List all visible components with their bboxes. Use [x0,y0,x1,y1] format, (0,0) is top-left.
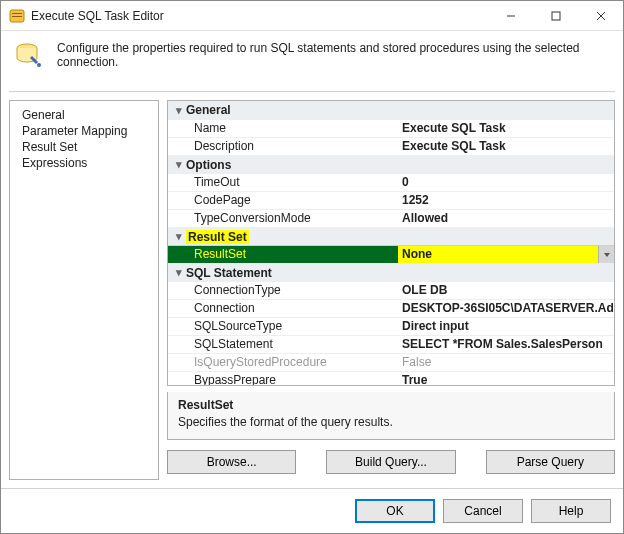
prop-value[interactable]: DESKTOP-36SI05C\DATASERVER.AdventureWork… [398,300,614,317]
prop-key: SQLSourceType [168,318,398,335]
cancel-button[interactable]: Cancel [443,499,523,523]
property-help: ResultSet Specifies the format of the qu… [167,392,615,440]
build-query-button[interactable]: Build Query... [326,450,455,474]
action-buttons: Browse... Build Query... Parse Query [167,450,615,480]
prop-value[interactable]: 1252 [398,192,614,209]
prop-row-name[interactable]: Name Execute SQL Task [168,119,614,137]
prop-value[interactable]: 0 [398,174,614,191]
app-icon [9,8,25,24]
prop-row-codepage[interactable]: CodePage 1252 [168,191,614,209]
prop-row-bypassprepare[interactable]: BypassPrepare True [168,371,614,386]
svg-rect-1 [12,13,22,14]
prop-key: SQLStatement [168,336,398,353]
prop-value[interactable]: Execute SQL Task [398,120,614,137]
chevron-down-icon: ▾ [172,230,186,243]
close-button[interactable] [578,1,623,30]
prop-key: IsQueryStoredProcedure [168,354,398,371]
prop-value[interactable]: OLE DB [398,282,614,299]
prop-value[interactable]: SELECT *FROM Sales.SalesPerson [398,336,614,353]
prop-key: Connection [168,300,398,317]
parse-query-button[interactable]: Parse Query [486,450,615,474]
prop-row-sqlsourcetype[interactable]: SQLSourceType Direct input [168,317,614,335]
prop-row-isquerystored: IsQueryStoredProcedure False [168,353,614,371]
prop-row-timeout[interactable]: TimeOut 0 [168,173,614,191]
prop-value: False [398,354,614,371]
minimize-button[interactable] [488,1,533,30]
category-label: Options [186,158,231,172]
prop-row-resultset[interactable]: ResultSet None [168,245,614,263]
prop-value[interactable]: Allowed [398,210,614,227]
browse-button[interactable]: Browse... [167,450,296,474]
prop-value-resultset[interactable]: None [398,246,614,263]
prop-row-connection[interactable]: Connection DESKTOP-36SI05C\DATASERVER.Ad… [168,299,614,317]
property-grid: ▾ General Name Execute SQL Task Descript… [167,100,615,386]
chevron-down-icon: ▾ [172,104,186,117]
category-label: SQL Statement [186,266,272,280]
dropdown-arrow-icon[interactable] [598,246,614,263]
task-icon [13,39,45,71]
category-sqlstatement[interactable]: ▾ SQL Statement [168,263,614,281]
category-options[interactable]: ▾ Options [168,155,614,173]
category-general[interactable]: ▾ General [168,101,614,119]
category-resultset[interactable]: ▾ Result Set [168,227,614,245]
prop-key: CodePage [168,192,398,209]
nav-pane: General Parameter Mapping Result Set Exp… [9,100,159,480]
category-label: General [186,103,231,117]
svg-rect-4 [552,12,560,20]
chevron-down-icon: ▾ [172,266,186,279]
nav-item-expressions[interactable]: Expressions [10,155,158,171]
header-description: Configure the properties required to run… [57,41,609,69]
prop-key: ConnectionType [168,282,398,299]
prop-key: TypeConversionMode [168,210,398,227]
prop-value[interactable]: Execute SQL Task [398,138,614,155]
chevron-down-icon: ▾ [172,158,186,171]
help-description: Specifies the format of the query result… [178,415,604,429]
help-name: ResultSet [178,398,604,412]
category-label: Result Set [186,230,249,244]
prop-key: BypassPrepare [168,372,398,386]
prop-key: Description [168,138,398,155]
dialog-window: Execute SQL Task Editor Configure the pr… [0,0,624,534]
prop-value-text: None [402,247,432,261]
prop-key: TimeOut [168,174,398,191]
property-pane: ▾ General Name Execute SQL Task Descript… [167,100,615,480]
nav-item-general[interactable]: General [10,107,158,123]
window-title: Execute SQL Task Editor [31,9,488,23]
prop-value[interactable]: True [398,372,614,386]
maximize-button[interactable] [533,1,578,30]
titlebar[interactable]: Execute SQL Task Editor [1,1,623,31]
nav-item-result-set[interactable]: Result Set [10,139,158,155]
header-description-row: Configure the properties required to run… [1,31,623,91]
prop-row-typeconversion[interactable]: TypeConversionMode Allowed [168,209,614,227]
divider [9,91,615,92]
prop-key: ResultSet [168,246,398,263]
prop-key: Name [168,120,398,137]
svg-point-8 [37,63,41,67]
prop-row-connectiontype[interactable]: ConnectionType OLE DB [168,281,614,299]
nav-item-parameter-mapping[interactable]: Parameter Mapping [10,123,158,139]
svg-rect-2 [12,16,22,17]
dialog-footer: OK Cancel Help [1,488,623,533]
prop-row-sqlstatement[interactable]: SQLStatement SELECT *FROM Sales.SalesPer… [168,335,614,353]
prop-value[interactable]: Direct input [398,318,614,335]
ok-button[interactable]: OK [355,499,435,523]
help-button[interactable]: Help [531,499,611,523]
prop-row-description[interactable]: Description Execute SQL Task [168,137,614,155]
